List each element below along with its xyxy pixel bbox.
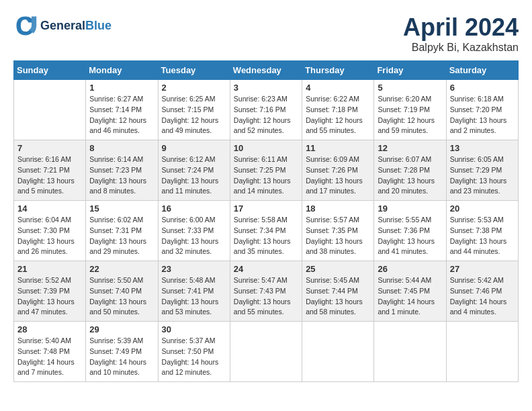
calendar-cell: 6Sunrise: 6:18 AMSunset: 7:20 PMDaylight… bbox=[446, 80, 518, 140]
calendar-cell: 18Sunrise: 5:57 AMSunset: 7:35 PMDayligh… bbox=[302, 201, 374, 261]
day-number: 3 bbox=[234, 83, 298, 93]
calendar-cell: 14Sunrise: 6:04 AMSunset: 7:30 PMDayligh… bbox=[14, 201, 86, 261]
day-number: 17 bbox=[234, 203, 298, 214]
day-info: Sunrise: 5:58 AMSunset: 7:34 PMDaylight:… bbox=[234, 215, 298, 257]
calendar-cell: 5Sunrise: 6:20 AMSunset: 7:19 PMDaylight… bbox=[374, 80, 446, 140]
day-number: 5 bbox=[378, 83, 442, 93]
day-info: Sunrise: 5:40 AMSunset: 7:48 PMDaylight:… bbox=[17, 336, 82, 378]
calendar-cell: 11Sunrise: 6:09 AMSunset: 7:26 PMDayligh… bbox=[302, 140, 374, 201]
calendar-cell: 30Sunrise: 5:37 AMSunset: 7:50 PMDayligh… bbox=[158, 322, 230, 382]
calendar-cell: 24Sunrise: 5:47 AMSunset: 7:43 PMDayligh… bbox=[230, 261, 302, 322]
day-number: 26 bbox=[378, 264, 442, 274]
calendar-cell: 2Sunrise: 6:25 AMSunset: 7:15 PMDaylight… bbox=[158, 80, 230, 140]
day-info: Sunrise: 6:12 AMSunset: 7:24 PMDaylight:… bbox=[162, 154, 226, 197]
calendar-cell: 12Sunrise: 6:07 AMSunset: 7:28 PMDayligh… bbox=[374, 140, 446, 201]
weekday-header-row: SundayMondayTuesdayWednesdayThursdayFrid… bbox=[14, 61, 519, 80]
day-number: 14 bbox=[17, 203, 82, 214]
week-row-3: 14Sunrise: 6:04 AMSunset: 7:30 PMDayligh… bbox=[14, 201, 519, 261]
day-info: Sunrise: 6:18 AMSunset: 7:20 PMDaylight:… bbox=[450, 94, 515, 136]
day-info: Sunrise: 6:23 AMSunset: 7:16 PMDaylight:… bbox=[234, 94, 298, 136]
weekday-header-saturday: Saturday bbox=[446, 61, 518, 80]
day-number: 29 bbox=[89, 324, 154, 334]
calendar-cell: 20Sunrise: 5:53 AMSunset: 7:38 PMDayligh… bbox=[446, 201, 518, 261]
day-number: 9 bbox=[162, 143, 226, 153]
day-info: Sunrise: 6:07 AMSunset: 7:28 PMDaylight:… bbox=[378, 154, 442, 197]
week-row-1: 1Sunrise: 6:27 AMSunset: 7:14 PMDaylight… bbox=[14, 80, 519, 140]
calendar-cell: 4Sunrise: 6:22 AMSunset: 7:18 PMDaylight… bbox=[302, 80, 374, 140]
day-number: 2 bbox=[162, 83, 226, 93]
day-info: Sunrise: 6:09 AMSunset: 7:26 PMDaylight:… bbox=[306, 154, 370, 197]
calendar-cell: 25Sunrise: 5:45 AMSunset: 7:44 PMDayligh… bbox=[302, 261, 374, 322]
calendar-cell: 29Sunrise: 5:39 AMSunset: 7:49 PMDayligh… bbox=[86, 322, 158, 382]
week-row-4: 21Sunrise: 5:52 AMSunset: 7:39 PMDayligh… bbox=[14, 261, 519, 322]
day-info: Sunrise: 6:22 AMSunset: 7:18 PMDaylight:… bbox=[306, 94, 370, 136]
day-info: Sunrise: 5:39 AMSunset: 7:49 PMDaylight:… bbox=[89, 336, 154, 378]
calendar-cell: 16Sunrise: 6:00 AMSunset: 7:33 PMDayligh… bbox=[158, 201, 230, 261]
calendar-table: SundayMondayTuesdayWednesdayThursdayFrid… bbox=[13, 60, 519, 382]
calendar-cell: 26Sunrise: 5:44 AMSunset: 7:45 PMDayligh… bbox=[374, 261, 446, 322]
calendar-cell: 23Sunrise: 5:48 AMSunset: 7:41 PMDayligh… bbox=[158, 261, 230, 322]
day-info: Sunrise: 5:42 AMSunset: 7:46 PMDaylight:… bbox=[450, 275, 515, 318]
week-row-5: 28Sunrise: 5:40 AMSunset: 7:48 PMDayligh… bbox=[14, 322, 519, 382]
day-info: Sunrise: 5:44 AMSunset: 7:45 PMDaylight:… bbox=[378, 275, 442, 318]
day-info: Sunrise: 6:14 AMSunset: 7:23 PMDaylight:… bbox=[89, 154, 154, 197]
day-info: Sunrise: 6:11 AMSunset: 7:25 PMDaylight:… bbox=[234, 154, 298, 197]
calendar-cell bbox=[302, 322, 374, 382]
calendar-cell: 27Sunrise: 5:42 AMSunset: 7:46 PMDayligh… bbox=[446, 261, 518, 322]
calendar-cell: 28Sunrise: 5:40 AMSunset: 7:48 PMDayligh… bbox=[14, 322, 86, 382]
day-number: 27 bbox=[450, 264, 515, 274]
day-info: Sunrise: 6:05 AMSunset: 7:29 PMDaylight:… bbox=[450, 154, 515, 197]
day-number: 21 bbox=[17, 264, 82, 274]
day-info: Sunrise: 6:25 AMSunset: 7:15 PMDaylight:… bbox=[162, 94, 226, 136]
calendar-cell bbox=[14, 80, 86, 140]
calendar-cell: 15Sunrise: 6:02 AMSunset: 7:31 PMDayligh… bbox=[86, 201, 158, 261]
calendar-cell bbox=[230, 322, 302, 382]
day-info: Sunrise: 5:55 AMSunset: 7:36 PMDaylight:… bbox=[378, 215, 442, 257]
day-info: Sunrise: 6:00 AMSunset: 7:33 PMDaylight:… bbox=[162, 215, 226, 257]
day-number: 4 bbox=[306, 83, 370, 93]
day-number: 13 bbox=[450, 143, 515, 153]
weekday-header-thursday: Thursday bbox=[302, 61, 374, 80]
day-number: 25 bbox=[306, 264, 370, 274]
day-info: Sunrise: 5:48 AMSunset: 7:41 PMDaylight:… bbox=[162, 275, 226, 318]
calendar-cell: 7Sunrise: 6:16 AMSunset: 7:21 PMDaylight… bbox=[14, 140, 86, 201]
day-number: 22 bbox=[89, 264, 154, 274]
day-info: Sunrise: 6:27 AMSunset: 7:14 PMDaylight:… bbox=[89, 94, 154, 136]
day-number: 24 bbox=[234, 264, 298, 274]
day-info: Sunrise: 6:02 AMSunset: 7:31 PMDaylight:… bbox=[89, 215, 154, 257]
calendar-cell: 13Sunrise: 6:05 AMSunset: 7:29 PMDayligh… bbox=[446, 140, 518, 201]
day-info: Sunrise: 6:04 AMSunset: 7:30 PMDaylight:… bbox=[17, 215, 82, 257]
day-number: 30 bbox=[162, 324, 226, 334]
day-number: 18 bbox=[306, 203, 370, 214]
day-info: Sunrise: 6:20 AMSunset: 7:19 PMDaylight:… bbox=[378, 94, 442, 136]
calendar-cell: 3Sunrise: 6:23 AMSunset: 7:16 PMDaylight… bbox=[230, 80, 302, 140]
day-number: 10 bbox=[234, 143, 298, 153]
calendar-cell: 19Sunrise: 5:55 AMSunset: 7:36 PMDayligh… bbox=[374, 201, 446, 261]
calendar-cell: 8Sunrise: 6:14 AMSunset: 7:23 PMDaylight… bbox=[86, 140, 158, 201]
title-section: April 2024 Balpyk Bi, Kazakhstan bbox=[403, 13, 519, 54]
weekday-header-friday: Friday bbox=[374, 61, 446, 80]
day-number: 23 bbox=[162, 264, 226, 274]
calendar-cell: 22Sunrise: 5:50 AMSunset: 7:40 PMDayligh… bbox=[86, 261, 158, 322]
calendar-cell: 17Sunrise: 5:58 AMSunset: 7:34 PMDayligh… bbox=[230, 201, 302, 261]
day-number: 28 bbox=[17, 324, 82, 334]
month-title: April 2024 bbox=[403, 13, 519, 42]
weekday-header-monday: Monday bbox=[86, 61, 158, 80]
week-row-2: 7Sunrise: 6:16 AMSunset: 7:21 PMDaylight… bbox=[14, 140, 519, 201]
day-info: Sunrise: 5:37 AMSunset: 7:50 PMDaylight:… bbox=[162, 336, 226, 378]
day-number: 12 bbox=[378, 143, 442, 153]
day-number: 16 bbox=[162, 203, 226, 214]
day-info: Sunrise: 5:57 AMSunset: 7:35 PMDaylight:… bbox=[306, 215, 370, 257]
weekday-header-sunday: Sunday bbox=[14, 61, 86, 80]
day-number: 7 bbox=[17, 143, 82, 153]
day-number: 20 bbox=[450, 203, 515, 214]
day-info: Sunrise: 5:47 AMSunset: 7:43 PMDaylight:… bbox=[234, 275, 298, 318]
day-info: Sunrise: 5:53 AMSunset: 7:38 PMDaylight:… bbox=[450, 215, 515, 257]
day-info: Sunrise: 6:16 AMSunset: 7:21 PMDaylight:… bbox=[17, 154, 82, 197]
logo: GeneralBlue bbox=[13, 13, 112, 38]
location: Balpyk Bi, Kazakhstan bbox=[403, 42, 519, 54]
day-info: Sunrise: 5:50 AMSunset: 7:40 PMDaylight:… bbox=[89, 275, 154, 318]
day-info: Sunrise: 5:45 AMSunset: 7:44 PMDaylight:… bbox=[306, 275, 370, 318]
logo-icon bbox=[13, 13, 38, 38]
day-number: 11 bbox=[306, 143, 370, 153]
